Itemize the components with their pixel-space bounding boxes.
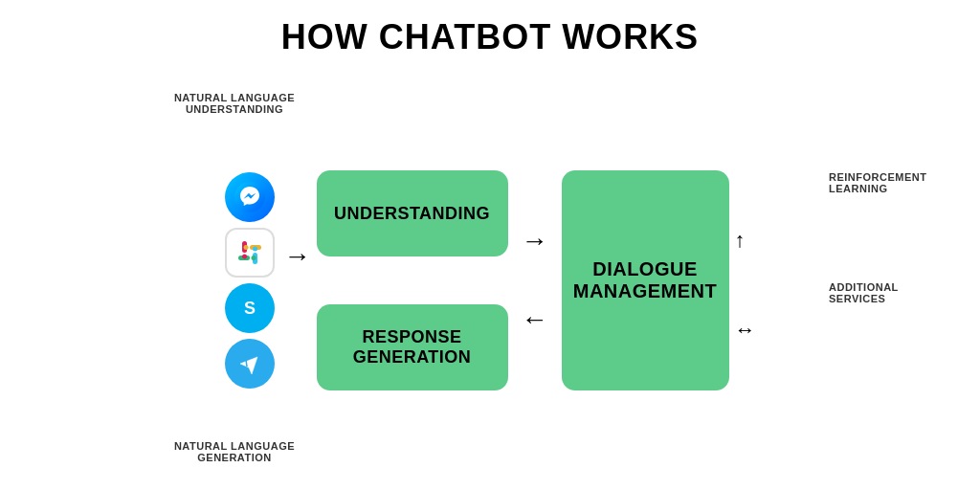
arrow-to-understanding: → [284, 241, 311, 272]
telegram-icon [225, 339, 275, 389]
messenger-icon [225, 172, 275, 222]
label-nlu: NATURAL LANGUAGEUNDERSTANDING [167, 92, 301, 115]
as-arrow: ↔ [735, 318, 756, 343]
dialogue-box: DIALOGUEMANAGEMENT [562, 170, 729, 390]
arrow-right-understanding: → [522, 226, 548, 256]
label-rl: REINFORCEMENTLEARNING [829, 171, 953, 194]
icons-column: S [225, 172, 275, 389]
middle-column: UNDERSTANDING RESPONSEGENERATION [317, 170, 508, 390]
page-title: HOW CHATBOT WORKS [281, 17, 699, 57]
mid-arrows: → ← [516, 226, 554, 335]
response-box: RESPONSEGENERATION [317, 304, 508, 390]
label-nlg: NATURAL LANGUAGEGENERATION [167, 440, 301, 463]
svg-rect-5 [242, 255, 247, 259]
svg-rect-8 [243, 245, 248, 250]
page: HOW CHATBOT WORKS NATURAL LANGUAGEUNDERS… [0, 0, 980, 490]
svg-rect-7 [251, 256, 256, 260]
slack-icon [225, 228, 275, 278]
rl-arrow: ↑ [735, 228, 746, 253]
understanding-box: UNDERSTANDING [317, 170, 508, 256]
skype-icon: S [225, 283, 275, 333]
label-as: ADDITIONALSERVICES [829, 281, 953, 304]
right-arrows: ↑ ↔ [735, 218, 756, 343]
diagram: NATURAL LANGUAGEUNDERSTANDING NATURAL LA… [0, 71, 980, 490]
svg-text:S: S [243, 299, 255, 318]
svg-rect-6 [253, 247, 257, 252]
svg-point-0 [234, 182, 265, 212]
as-arrow-row: ↔ [735, 318, 756, 343]
arrow-left-response: ← [522, 304, 548, 335]
rl-arrow-row: ↑ [735, 228, 746, 253]
